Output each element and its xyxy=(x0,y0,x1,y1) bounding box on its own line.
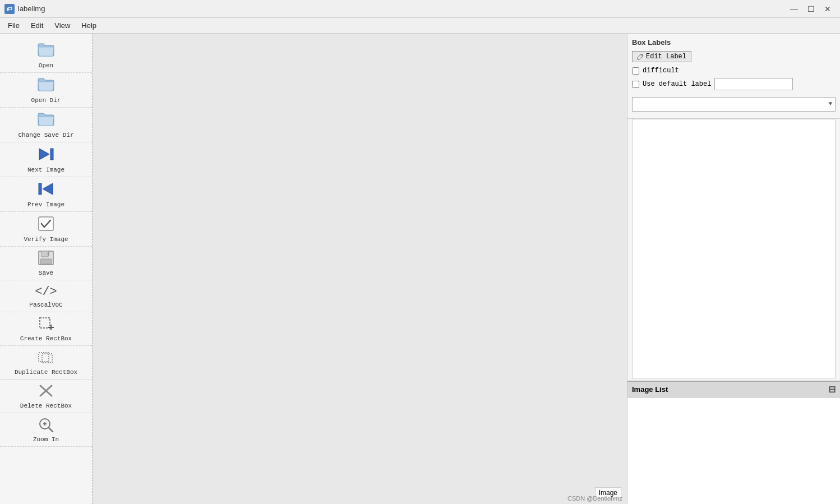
svg-rect-8 xyxy=(48,252,49,256)
duplicate-rectbox-icon xyxy=(38,349,54,368)
sidebar-item-prev-image[interactable]: Prev Image xyxy=(0,177,92,212)
image-list-body xyxy=(627,397,840,504)
label-dropdown[interactable] xyxy=(632,97,836,112)
sidebar-item-next-image[interactable]: Next Image xyxy=(0,142,92,177)
right-panel: Box Labels Edit Label difficult Use defa… xyxy=(627,34,840,504)
default-label-row: Use default label xyxy=(632,78,836,90)
svg-rect-9 xyxy=(40,318,50,328)
app-icon: 🏷 xyxy=(4,4,15,14)
zoom-in-label: Zoom In xyxy=(33,436,59,443)
sidebar-item-save[interactable]: Save xyxy=(0,247,92,280)
create-rectbox-icon xyxy=(38,316,54,334)
use-default-label-checkbox[interactable] xyxy=(632,81,639,88)
image-list-header: Image List ⊟ xyxy=(627,382,840,397)
edit-label-button[interactable]: Edit Label xyxy=(632,51,691,62)
save-icon xyxy=(38,250,54,269)
sidebar-item-zoom-in[interactable]: Zoom In xyxy=(0,413,92,447)
svg-marker-2 xyxy=(43,183,53,195)
delete-rectbox-label: Delete RectBox xyxy=(20,403,72,409)
create-rectbox-label: Create RectBox xyxy=(20,335,72,342)
zoom-in-icon xyxy=(38,417,54,435)
maximize-button[interactable]: ☐ xyxy=(803,2,819,16)
duplicate-rectbox-label: Duplicate RectBox xyxy=(15,369,77,376)
window-controls: — ☐ ✕ xyxy=(786,2,836,16)
next-image-label: Next Image xyxy=(27,167,64,173)
close-button[interactable]: ✕ xyxy=(820,2,836,16)
sidebar-item-verify-image[interactable]: Verify Image xyxy=(0,212,92,247)
title-bar: 🏷 labellmg — ☐ ✕ xyxy=(0,0,840,18)
prev-image-label: Prev Image xyxy=(27,201,64,208)
pascal-voc-label: PascalVOC xyxy=(29,302,62,308)
verify-image-label: Verify Image xyxy=(24,236,68,243)
sidebar-item-duplicate-rectbox[interactable]: Duplicate RectBox xyxy=(0,346,92,380)
box-labels-title: Box Labels xyxy=(632,38,836,47)
app-title: labellmg xyxy=(18,4,786,13)
difficult-label: difficult xyxy=(643,67,679,75)
next-image-icon xyxy=(37,146,55,165)
watermark: CSDN @Dentionmz xyxy=(567,495,622,502)
image-list-section: Image List ⊟ xyxy=(627,381,840,504)
canvas-area[interactable]: Image CSDN @Dentionmz xyxy=(93,34,627,504)
sidebar-item-create-rectbox[interactable]: Create RectBox xyxy=(0,312,92,346)
open-dir-icon xyxy=(37,76,55,96)
image-list-title: Image List xyxy=(632,385,668,394)
prev-image-icon xyxy=(37,181,55,200)
open-icon xyxy=(37,41,55,61)
menu-help[interactable]: Help xyxy=(76,19,102,32)
delete-rectbox-icon xyxy=(38,383,54,401)
menu-bar: File Edit View Help xyxy=(0,18,840,34)
pascal-voc-icon: </> xyxy=(35,284,57,300)
change-save-dir-label: Change Save Dir xyxy=(18,132,73,138)
sidebar: Open Open Dir Change Save Dir xyxy=(0,34,93,504)
pencil-icon xyxy=(637,53,644,60)
minimize-button[interactable]: — xyxy=(786,2,802,16)
sidebar-item-open-dir[interactable]: Open Dir xyxy=(0,73,92,108)
difficult-checkbox[interactable] xyxy=(632,67,639,75)
main-container: Open Open Dir Change Save Dir xyxy=(0,34,840,504)
verify-image-icon xyxy=(37,215,55,235)
use-default-label-text: Use default label xyxy=(643,80,711,88)
open-dir-label: Open Dir xyxy=(31,97,61,104)
open-label: Open xyxy=(39,62,53,69)
svg-rect-3 xyxy=(39,183,41,195)
image-list-icon: ⊟ xyxy=(828,384,836,395)
default-label-input[interactable] xyxy=(714,78,793,90)
sidebar-item-delete-rectbox[interactable]: Delete RectBox xyxy=(0,380,92,413)
box-list-area xyxy=(632,119,836,378)
menu-file[interactable]: File xyxy=(2,19,25,32)
sidebar-item-change-save-dir[interactable]: Change Save Dir xyxy=(0,108,92,142)
save-label: Save xyxy=(39,270,53,276)
svg-line-19 xyxy=(49,428,53,432)
change-save-dir-icon xyxy=(37,111,55,131)
svg-rect-7 xyxy=(40,259,52,264)
label-dropdown-wrapper: ▼ xyxy=(632,95,836,112)
menu-view[interactable]: View xyxy=(49,19,76,32)
box-labels-section: Box Labels Edit Label difficult Use defa… xyxy=(627,34,840,119)
difficult-row: difficult xyxy=(632,67,836,75)
menu-edit[interactable]: Edit xyxy=(25,19,49,32)
svg-marker-0 xyxy=(39,149,49,160)
sidebar-item-open[interactable]: Open xyxy=(0,38,92,73)
svg-rect-6 xyxy=(41,251,48,257)
sidebar-item-pascal-voc[interactable]: </> PascalVOC xyxy=(0,280,92,312)
svg-rect-1 xyxy=(50,149,53,160)
